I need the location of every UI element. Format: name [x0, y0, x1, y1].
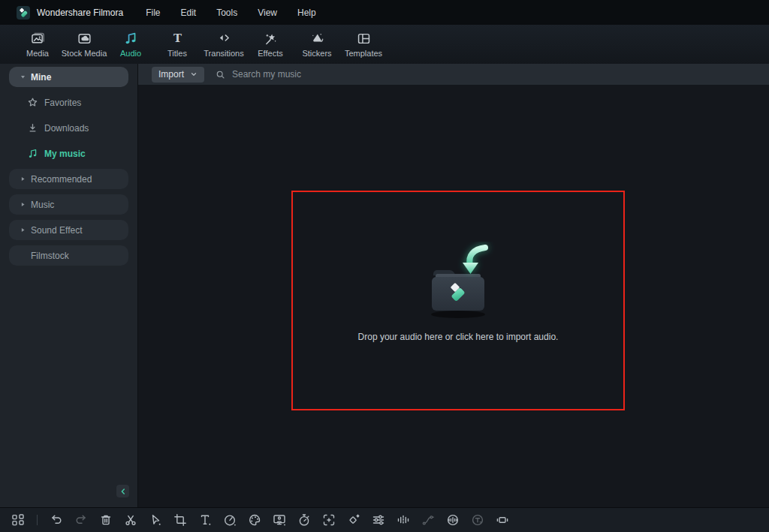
beat-sync-icon[interactable]	[445, 512, 460, 527]
sidebar: MineFavoritesDownloadsMy musicRecommende…	[0, 64, 138, 507]
sidebar-item-label: Favorites	[44, 98, 81, 108]
sidebar-item-downloads[interactable]: Downloads	[9, 118, 128, 138]
chroma-key-icon[interactable]	[272, 512, 287, 527]
audio-ducking-icon[interactable]	[421, 512, 436, 527]
import-button[interactable]: Import	[152, 67, 204, 83]
tab-label: Audio	[120, 49, 141, 58]
search-icon	[216, 70, 225, 80]
chevron-down-icon	[190, 71, 198, 78]
tab-label: Titles	[167, 49, 187, 58]
tab-label: Media	[26, 49, 49, 58]
filmora-logo-icon	[17, 6, 30, 20]
toolbar-divider	[37, 515, 38, 525]
tab-label: Transitions	[204, 49, 243, 58]
dropzone-message: Drop your audio here or click here to im…	[358, 332, 559, 342]
tab-effects[interactable]: Effects	[247, 25, 294, 64]
import-folder-illustration	[394, 242, 522, 327]
motion-tracking-icon[interactable]	[321, 512, 336, 527]
sidebar-item-my-music[interactable]: My music	[9, 143, 128, 164]
quick-split-icon[interactable]	[148, 512, 163, 527]
sidebar-group-label: Recommended	[31, 174, 92, 185]
menu-bar: Wondershare Filmora FileEditToolsViewHel…	[0, 0, 769, 25]
chevron-left-icon	[119, 488, 127, 495]
tab-stickers[interactable]: Stickers	[294, 25, 340, 64]
sidebar-group-label: Mine	[31, 72, 51, 83]
download-icon	[27, 122, 38, 134]
undo-icon[interactable]	[49, 512, 64, 527]
menu-items: FileEditToolsViewHelp	[146, 8, 316, 18]
tab-titles[interactable]: TTitles	[154, 25, 201, 64]
sidebar-group-mine[interactable]: Mine	[9, 67, 128, 87]
tab-label: Templates	[345, 49, 382, 58]
bottom-toolbar	[0, 507, 769, 532]
star-icon	[27, 97, 38, 108]
tab-templates[interactable]: Templates	[340, 25, 387, 64]
app-title: Wondershare Filmora	[37, 8, 123, 18]
menu-item-help[interactable]: Help	[297, 8, 316, 18]
tab-audio[interactable]: Audio	[107, 25, 154, 64]
split-icon[interactable]	[123, 512, 138, 527]
sidebar-group-label: Music	[31, 200, 54, 210]
stabilization-icon[interactable]	[495, 512, 510, 527]
duration-icon[interactable]	[297, 512, 312, 527]
svg-text:T: T	[173, 32, 182, 44]
stock-media-icon	[77, 31, 92, 47]
transitions-icon	[216, 31, 232, 47]
menu-item-edit[interactable]: Edit	[181, 8, 197, 18]
effects-icon	[263, 31, 279, 47]
crop-icon[interactable]	[173, 512, 188, 527]
tab-stock-media[interactable]: Stock Media	[61, 25, 107, 64]
caret-right-icon	[20, 227, 26, 233]
library-toolbar: Import	[138, 64, 769, 85]
titles-icon: T	[170, 31, 185, 47]
highlight-annotation: Drop your audio here or click here to im…	[291, 191, 625, 410]
denoise-icon[interactable]	[396, 512, 411, 527]
media-manager-icon[interactable]	[11, 512, 26, 527]
menu-item-tools[interactable]: Tools	[216, 8, 237, 18]
sidebar-group-recommended[interactable]: Recommended	[9, 169, 128, 189]
tab-transitions[interactable]: Transitions	[201, 25, 247, 64]
speed-icon[interactable]	[222, 512, 237, 527]
delete-icon[interactable]	[98, 512, 113, 527]
music-note-icon	[27, 148, 38, 159]
audio-dropzone[interactable]: Drop your audio here or click here to im…	[293, 192, 623, 409]
adjustment-icon[interactable]	[371, 512, 386, 527]
caret-right-icon	[20, 176, 26, 182]
tab-label: Effects	[258, 49, 282, 58]
sidebar-item-favorites[interactable]: Favorites	[9, 92, 128, 113]
templates-icon	[356, 31, 372, 47]
media-icon	[30, 31, 46, 47]
speech-to-text-icon[interactable]	[470, 512, 485, 527]
sidebar-group-music[interactable]: Music	[9, 194, 128, 215]
library-content: Drop your audio here or click here to im…	[138, 85, 769, 507]
sidebar-group-label: Filmstock	[31, 251, 69, 261]
tab-media[interactable]: Media	[14, 25, 61, 64]
audio-icon	[123, 31, 139, 47]
text-icon[interactable]	[198, 512, 213, 527]
import-button-label: Import	[158, 69, 184, 80]
caret-right-icon	[20, 201, 26, 208]
sidebar-item-label: My music	[44, 149, 86, 159]
tab-label: Stock Media	[62, 49, 107, 58]
sidebar-group-label: Sound Effect	[31, 225, 83, 236]
menu-item-view[interactable]: View	[258, 8, 277, 18]
caret-down-icon	[20, 74, 26, 80]
sidebar-item-label: Downloads	[44, 123, 89, 134]
stickers-icon	[309, 31, 325, 47]
tab-label: Stickers	[302, 49, 331, 58]
search-input[interactable]	[232, 69, 457, 80]
sidebar-collapse-button[interactable]	[116, 485, 129, 497]
sidebar-group-filmstock[interactable]: Filmstock	[9, 245, 128, 266]
tab-bar: MediaStock MediaAudioTTitlesTransitionsE…	[0, 25, 769, 64]
menu-item-file[interactable]: File	[146, 8, 160, 18]
redo-icon[interactable]	[74, 512, 89, 527]
color-icon[interactable]	[247, 512, 262, 527]
sidebar-group-sound-effect[interactable]: Sound Effect	[9, 220, 128, 240]
keyframe-icon[interactable]	[346, 512, 361, 527]
